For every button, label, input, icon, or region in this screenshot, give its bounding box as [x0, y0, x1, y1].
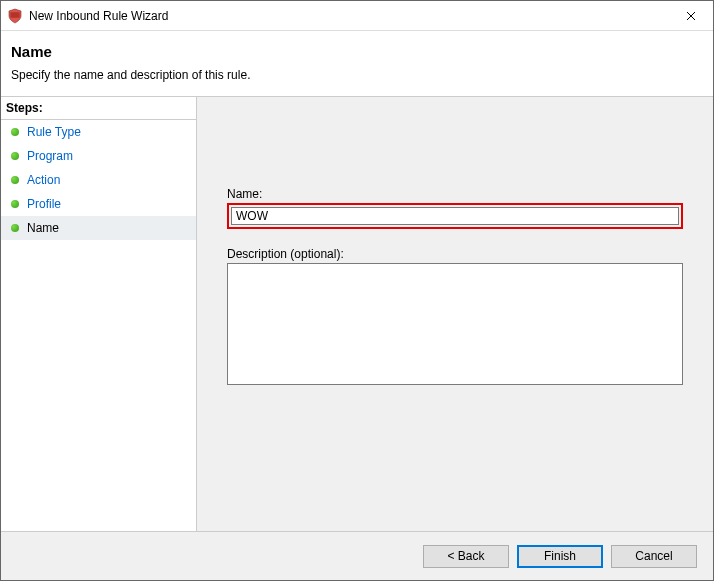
step-label: Name — [27, 221, 59, 235]
svg-rect-0 — [11, 12, 20, 18]
step-program[interactable]: Program — [1, 144, 196, 168]
step-label: Program — [27, 149, 73, 163]
header: Name Specify the name and description of… — [1, 31, 713, 97]
firewall-icon — [7, 8, 23, 24]
titlebar: New Inbound Rule Wizard — [1, 1, 713, 31]
content-pane: Name: Description (optional): — [197, 97, 713, 531]
page-subtitle: Specify the name and description of this… — [11, 68, 703, 82]
step-profile[interactable]: Profile — [1, 192, 196, 216]
step-rule-type[interactable]: Rule Type — [1, 120, 196, 144]
back-button[interactable]: < Back — [423, 545, 509, 568]
steps-sidebar: Steps: Rule Type Program Action Profile … — [1, 97, 197, 531]
cancel-button[interactable]: Cancel — [611, 545, 697, 568]
name-input[interactable] — [231, 207, 679, 225]
steps-header: Steps: — [1, 97, 196, 120]
step-bullet-icon — [11, 128, 19, 136]
name-highlight — [227, 203, 683, 229]
step-label: Action — [27, 173, 60, 187]
window-title: New Inbound Rule Wizard — [29, 9, 668, 23]
step-action[interactable]: Action — [1, 168, 196, 192]
footer: < Back Finish Cancel — [1, 532, 713, 580]
close-button[interactable] — [668, 1, 713, 30]
step-bullet-icon — [11, 152, 19, 160]
page-title: Name — [11, 43, 703, 60]
step-label: Rule Type — [27, 125, 81, 139]
step-label: Profile — [27, 197, 61, 211]
step-bullet-icon — [11, 200, 19, 208]
name-label: Name: — [227, 187, 683, 201]
description-label: Description (optional): — [227, 247, 683, 261]
description-input[interactable] — [227, 263, 683, 385]
step-bullet-icon — [11, 176, 19, 184]
wizard-window: New Inbound Rule Wizard Name Specify the… — [0, 0, 714, 581]
body: Steps: Rule Type Program Action Profile … — [1, 97, 713, 532]
step-name[interactable]: Name — [1, 216, 196, 240]
finish-button[interactable]: Finish — [517, 545, 603, 568]
step-bullet-icon — [11, 224, 19, 232]
